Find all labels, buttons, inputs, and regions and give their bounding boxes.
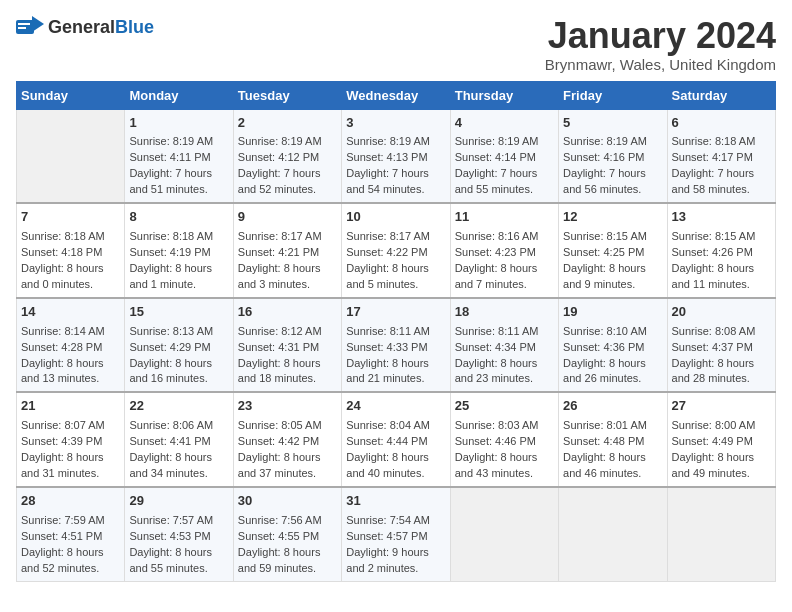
day-info: Sunrise: 8:03 AM Sunset: 4:46 PM Dayligh… xyxy=(455,418,554,482)
day-number: 20 xyxy=(672,303,771,322)
day-info: Sunrise: 7:56 AM Sunset: 4:55 PM Dayligh… xyxy=(238,513,337,577)
day-number: 24 xyxy=(346,397,445,416)
day-info: Sunrise: 8:14 AM Sunset: 4:28 PM Dayligh… xyxy=(21,324,120,388)
week-row-1: 1Sunrise: 8:19 AM Sunset: 4:11 PM Daylig… xyxy=(17,109,776,203)
day-number: 31 xyxy=(346,492,445,511)
day-info: Sunrise: 8:19 AM Sunset: 4:16 PM Dayligh… xyxy=(563,134,662,198)
day-number: 28 xyxy=(21,492,120,511)
day-info: Sunrise: 8:13 AM Sunset: 4:29 PM Dayligh… xyxy=(129,324,228,388)
day-info: Sunrise: 8:01 AM Sunset: 4:48 PM Dayligh… xyxy=(563,418,662,482)
logo-blue-text: Blue xyxy=(115,17,154,37)
calendar-cell: 2Sunrise: 8:19 AM Sunset: 4:12 PM Daylig… xyxy=(233,109,341,203)
day-info: Sunrise: 7:59 AM Sunset: 4:51 PM Dayligh… xyxy=(21,513,120,577)
calendar-cell: 28Sunrise: 7:59 AM Sunset: 4:51 PM Dayli… xyxy=(17,487,125,581)
calendar-title: January 2024 xyxy=(545,16,776,56)
day-number: 18 xyxy=(455,303,554,322)
calendar-cell: 14Sunrise: 8:14 AM Sunset: 4:28 PM Dayli… xyxy=(17,298,125,393)
day-number: 22 xyxy=(129,397,228,416)
day-info: Sunrise: 8:18 AM Sunset: 4:17 PM Dayligh… xyxy=(672,134,771,198)
week-row-5: 28Sunrise: 7:59 AM Sunset: 4:51 PM Dayli… xyxy=(17,487,776,581)
title-area: January 2024 Brynmawr, Wales, United Kin… xyxy=(545,16,776,73)
day-info: Sunrise: 8:19 AM Sunset: 4:11 PM Dayligh… xyxy=(129,134,228,198)
day-number: 13 xyxy=(672,208,771,227)
day-number: 17 xyxy=(346,303,445,322)
day-number: 9 xyxy=(238,208,337,227)
day-number: 2 xyxy=(238,114,337,133)
day-info: Sunrise: 8:15 AM Sunset: 4:26 PM Dayligh… xyxy=(672,229,771,293)
calendar-header-row: SundayMondayTuesdayWednesdayThursdayFrid… xyxy=(17,81,776,109)
day-number: 29 xyxy=(129,492,228,511)
col-header-wednesday: Wednesday xyxy=(342,81,450,109)
day-info: Sunrise: 7:57 AM Sunset: 4:53 PM Dayligh… xyxy=(129,513,228,577)
calendar-cell: 26Sunrise: 8:01 AM Sunset: 4:48 PM Dayli… xyxy=(559,392,667,487)
day-number: 3 xyxy=(346,114,445,133)
calendar-cell: 5Sunrise: 8:19 AM Sunset: 4:16 PM Daylig… xyxy=(559,109,667,203)
col-header-monday: Monday xyxy=(125,81,233,109)
day-info: Sunrise: 8:05 AM Sunset: 4:42 PM Dayligh… xyxy=(238,418,337,482)
col-header-tuesday: Tuesday xyxy=(233,81,341,109)
day-info: Sunrise: 8:12 AM Sunset: 4:31 PM Dayligh… xyxy=(238,324,337,388)
calendar-cell: 30Sunrise: 7:56 AM Sunset: 4:55 PM Dayli… xyxy=(233,487,341,581)
calendar-cell: 9Sunrise: 8:17 AM Sunset: 4:21 PM Daylig… xyxy=(233,203,341,298)
day-number: 6 xyxy=(672,114,771,133)
day-number: 19 xyxy=(563,303,662,322)
day-number: 25 xyxy=(455,397,554,416)
day-number: 27 xyxy=(672,397,771,416)
calendar-cell: 21Sunrise: 8:07 AM Sunset: 4:39 PM Dayli… xyxy=(17,392,125,487)
svg-marker-1 xyxy=(32,16,44,32)
calendar-cell: 13Sunrise: 8:15 AM Sunset: 4:26 PM Dayli… xyxy=(667,203,775,298)
day-info: Sunrise: 8:11 AM Sunset: 4:34 PM Dayligh… xyxy=(455,324,554,388)
col-header-saturday: Saturday xyxy=(667,81,775,109)
day-info: Sunrise: 7:54 AM Sunset: 4:57 PM Dayligh… xyxy=(346,513,445,577)
calendar-cell xyxy=(559,487,667,581)
week-row-4: 21Sunrise: 8:07 AM Sunset: 4:39 PM Dayli… xyxy=(17,392,776,487)
calendar-cell: 25Sunrise: 8:03 AM Sunset: 4:46 PM Dayli… xyxy=(450,392,558,487)
calendar-cell xyxy=(667,487,775,581)
day-info: Sunrise: 8:19 AM Sunset: 4:13 PM Dayligh… xyxy=(346,134,445,198)
day-info: Sunrise: 8:11 AM Sunset: 4:33 PM Dayligh… xyxy=(346,324,445,388)
day-number: 16 xyxy=(238,303,337,322)
day-info: Sunrise: 8:18 AM Sunset: 4:18 PM Dayligh… xyxy=(21,229,120,293)
day-number: 4 xyxy=(455,114,554,133)
day-number: 10 xyxy=(346,208,445,227)
day-info: Sunrise: 8:00 AM Sunset: 4:49 PM Dayligh… xyxy=(672,418,771,482)
calendar-cell: 7Sunrise: 8:18 AM Sunset: 4:18 PM Daylig… xyxy=(17,203,125,298)
day-info: Sunrise: 8:18 AM Sunset: 4:19 PM Dayligh… xyxy=(129,229,228,293)
calendar-table: SundayMondayTuesdayWednesdayThursdayFrid… xyxy=(16,81,776,582)
calendar-cell: 24Sunrise: 8:04 AM Sunset: 4:44 PM Dayli… xyxy=(342,392,450,487)
day-number: 21 xyxy=(21,397,120,416)
calendar-cell: 1Sunrise: 8:19 AM Sunset: 4:11 PM Daylig… xyxy=(125,109,233,203)
day-info: Sunrise: 8:07 AM Sunset: 4:39 PM Dayligh… xyxy=(21,418,120,482)
calendar-cell: 31Sunrise: 7:54 AM Sunset: 4:57 PM Dayli… xyxy=(342,487,450,581)
calendar-cell: 29Sunrise: 7:57 AM Sunset: 4:53 PM Dayli… xyxy=(125,487,233,581)
calendar-cell: 27Sunrise: 8:00 AM Sunset: 4:49 PM Dayli… xyxy=(667,392,775,487)
page-header: GeneralBlue January 2024 Brynmawr, Wales… xyxy=(16,16,776,73)
day-number: 30 xyxy=(238,492,337,511)
day-number: 12 xyxy=(563,208,662,227)
calendar-cell: 16Sunrise: 8:12 AM Sunset: 4:31 PM Dayli… xyxy=(233,298,341,393)
svg-rect-3 xyxy=(18,27,26,29)
day-info: Sunrise: 8:04 AM Sunset: 4:44 PM Dayligh… xyxy=(346,418,445,482)
calendar-cell: 4Sunrise: 8:19 AM Sunset: 4:14 PM Daylig… xyxy=(450,109,558,203)
day-number: 11 xyxy=(455,208,554,227)
col-header-friday: Friday xyxy=(559,81,667,109)
col-header-sunday: Sunday xyxy=(17,81,125,109)
day-info: Sunrise: 8:10 AM Sunset: 4:36 PM Dayligh… xyxy=(563,324,662,388)
col-header-thursday: Thursday xyxy=(450,81,558,109)
calendar-subtitle: Brynmawr, Wales, United Kingdom xyxy=(545,56,776,73)
day-number: 7 xyxy=(21,208,120,227)
calendar-cell: 8Sunrise: 8:18 AM Sunset: 4:19 PM Daylig… xyxy=(125,203,233,298)
calendar-cell: 23Sunrise: 8:05 AM Sunset: 4:42 PM Dayli… xyxy=(233,392,341,487)
day-info: Sunrise: 8:17 AM Sunset: 4:21 PM Dayligh… xyxy=(238,229,337,293)
day-number: 8 xyxy=(129,208,228,227)
day-info: Sunrise: 8:16 AM Sunset: 4:23 PM Dayligh… xyxy=(455,229,554,293)
day-number: 1 xyxy=(129,114,228,133)
calendar-cell xyxy=(17,109,125,203)
calendar-cell: 19Sunrise: 8:10 AM Sunset: 4:36 PM Dayli… xyxy=(559,298,667,393)
day-info: Sunrise: 8:15 AM Sunset: 4:25 PM Dayligh… xyxy=(563,229,662,293)
day-number: 26 xyxy=(563,397,662,416)
calendar-cell: 15Sunrise: 8:13 AM Sunset: 4:29 PM Dayli… xyxy=(125,298,233,393)
calendar-cell: 10Sunrise: 8:17 AM Sunset: 4:22 PM Dayli… xyxy=(342,203,450,298)
calendar-cell: 22Sunrise: 8:06 AM Sunset: 4:41 PM Dayli… xyxy=(125,392,233,487)
day-info: Sunrise: 8:19 AM Sunset: 4:14 PM Dayligh… xyxy=(455,134,554,198)
